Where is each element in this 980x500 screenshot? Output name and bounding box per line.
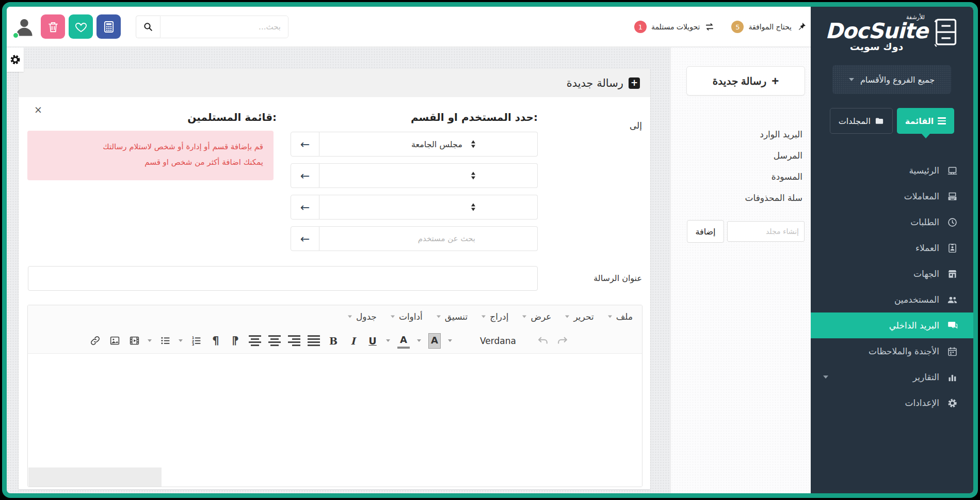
add-folder-button[interactable]: إضافة bbox=[687, 220, 724, 243]
align-left-button[interactable] bbox=[249, 333, 261, 349]
subject-label: عنوان الرسالة bbox=[593, 273, 642, 283]
redo-button[interactable] bbox=[556, 333, 569, 349]
subject-input[interactable] bbox=[28, 266, 538, 291]
app-logo: للأرشفة DocSuite دوك سويت bbox=[811, 14, 973, 52]
highlight-color-caret[interactable] bbox=[448, 339, 452, 342]
justify-button[interactable] bbox=[308, 333, 320, 349]
align-center-button[interactable] bbox=[268, 333, 281, 349]
search-icon[interactable] bbox=[136, 15, 160, 38]
numbered-list-button[interactable]: 123 bbox=[190, 333, 202, 349]
menu-file[interactable]: ملف bbox=[607, 311, 633, 322]
sidebar-item-label: المستخدمين bbox=[894, 294, 939, 305]
menu-tools[interactable]: أداوات bbox=[390, 311, 423, 322]
sidebar-item-entities[interactable]: الجهات bbox=[811, 261, 973, 287]
move-left-button[interactable]: ← bbox=[291, 163, 319, 188]
branch-filter-label: جميع الفروع والأقسام bbox=[860, 75, 935, 85]
cabinet-icon bbox=[932, 17, 959, 49]
branch-filter-select[interactable]: جميع الفروع والأقسام bbox=[832, 65, 951, 94]
paragraph-ltr-button[interactable]: ¶ bbox=[229, 333, 242, 349]
link-button[interactable] bbox=[89, 333, 101, 349]
folder-inbox[interactable]: البريد الوارد bbox=[679, 124, 802, 145]
tab-folders[interactable]: المجلدات bbox=[830, 108, 893, 134]
search-input[interactable] bbox=[160, 15, 288, 38]
underline-button[interactable]: U bbox=[366, 333, 379, 349]
bold-button[interactable]: B bbox=[327, 333, 340, 349]
italic-button[interactable]: I bbox=[347, 333, 359, 349]
bar-chart-icon bbox=[947, 372, 958, 383]
sidebar-item-users[interactable]: المستخدمين bbox=[811, 287, 973, 312]
media-button[interactable] bbox=[128, 333, 140, 349]
menu-format[interactable]: تنسيق bbox=[436, 311, 468, 322]
sidebar-item-clients[interactable]: العملاء bbox=[811, 235, 973, 261]
sidebar-item-internal-mail[interactable]: البريد الداخلي bbox=[811, 312, 973, 338]
sidebar-item-label: الطلبات bbox=[910, 217, 939, 227]
menu-insert[interactable]: إدراج bbox=[481, 311, 508, 322]
folder-drafts[interactable]: المسودة bbox=[679, 166, 802, 187]
bullet-list-caret[interactable] bbox=[148, 339, 152, 342]
image-button[interactable] bbox=[108, 333, 121, 349]
move-left-button[interactable]: ← bbox=[291, 195, 319, 220]
calculator-button[interactable] bbox=[97, 14, 121, 39]
subdepartment-select[interactable] bbox=[319, 163, 538, 188]
section-select[interactable] bbox=[319, 195, 538, 220]
settings-tab[interactable] bbox=[7, 48, 24, 72]
sidebar-item-requests[interactable]: الطلبات bbox=[811, 209, 973, 235]
sidebar-menu: الرئيسية المعاملات الطلبات العملاء الجها… bbox=[811, 158, 973, 416]
sidebar-item-settings[interactable]: الإعدادات bbox=[811, 390, 973, 416]
hint-line-1: قم بإضافة قسم أو إدارة أو شخص لاستلام رس… bbox=[103, 142, 263, 151]
sidebar-item-reports[interactable]: التقارير bbox=[811, 364, 973, 390]
clock-icon bbox=[947, 217, 958, 228]
undo-button[interactable] bbox=[537, 333, 549, 349]
recipient-selectors: ← مجلس الجامعة ← ← ← bbox=[291, 132, 538, 251]
plus-icon: + bbox=[772, 75, 779, 87]
folder-sent[interactable]: المرسل bbox=[679, 145, 802, 166]
transfers-icon[interactable] bbox=[704, 22, 715, 32]
sidebar-item-transactions[interactable]: المعاملات bbox=[811, 183, 973, 209]
menu-table[interactable]: جدول bbox=[347, 311, 377, 322]
pin-icon[interactable] bbox=[796, 22, 807, 32]
tab-list[interactable]: القائمة bbox=[897, 108, 954, 134]
menu-view[interactable]: عرض bbox=[522, 311, 551, 322]
user-avatar[interactable] bbox=[12, 14, 37, 39]
font-family-select[interactable]: Verdana bbox=[480, 336, 516, 346]
trash-button[interactable] bbox=[41, 14, 65, 39]
move-left-button[interactable]: ← bbox=[291, 132, 319, 157]
chevron-down-icon bbox=[522, 316, 526, 318]
approval-label[interactable]: يحتاج الموافقة bbox=[748, 23, 792, 31]
text-color-caret[interactable] bbox=[417, 339, 421, 342]
svg-text:3: 3 bbox=[191, 342, 194, 346]
department-select[interactable]: مجلس الجامعة bbox=[319, 132, 538, 157]
approval-badge[interactable]: 5 bbox=[731, 21, 744, 33]
highlight-color-button[interactable]: A bbox=[428, 333, 441, 349]
chevron-down-icon bbox=[565, 316, 569, 318]
create-folder-input[interactable] bbox=[727, 221, 805, 242]
align-right-button[interactable] bbox=[288, 333, 300, 349]
global-search bbox=[136, 15, 288, 38]
notifications: يحتاج الموافقة 5 تحويلات مستلمة 1 bbox=[632, 7, 807, 47]
transfers-badge[interactable]: 1 bbox=[634, 21, 647, 33]
editor-content-area[interactable] bbox=[28, 354, 642, 487]
id-badge-icon bbox=[947, 243, 958, 254]
text-color-button[interactable]: A bbox=[397, 333, 410, 349]
move-left-button[interactable]: ← bbox=[291, 226, 319, 251]
building-icon bbox=[947, 269, 958, 279]
department-select-row: ← مجلس الجامعة bbox=[291, 132, 538, 157]
menu-edit[interactable]: تحرير bbox=[565, 311, 593, 322]
sidebar-item-home[interactable]: الرئيسية bbox=[811, 158, 973, 183]
recipients-heading: قائمة المستلمين: bbox=[187, 111, 277, 123]
numbered-list-caret[interactable] bbox=[179, 339, 183, 342]
tab-folders-label: المجلدات bbox=[839, 116, 871, 126]
sidebar-item-label: الجهات bbox=[913, 269, 939, 279]
bullet-list-button[interactable] bbox=[159, 333, 171, 349]
user-search-input[interactable] bbox=[319, 227, 537, 251]
favorites-button[interactable] bbox=[69, 14, 93, 39]
logo-title: DocSuite bbox=[825, 21, 928, 42]
new-message-button[interactable]: + رسالة جديدة bbox=[686, 66, 805, 96]
paragraph-rtl-button[interactable]: ¶ bbox=[210, 333, 222, 349]
transfers-label[interactable]: تحويلات مستلمة bbox=[651, 23, 700, 31]
sidebar-item-agenda[interactable]: الأجندة والملاحظات bbox=[811, 338, 973, 364]
underline-caret[interactable] bbox=[386, 339, 390, 342]
compose-title-wrap: + رسالة جديدة bbox=[567, 69, 640, 97]
folder-trash[interactable]: سلة المحذوفات bbox=[679, 187, 802, 209]
close-icon[interactable]: × bbox=[34, 105, 42, 115]
